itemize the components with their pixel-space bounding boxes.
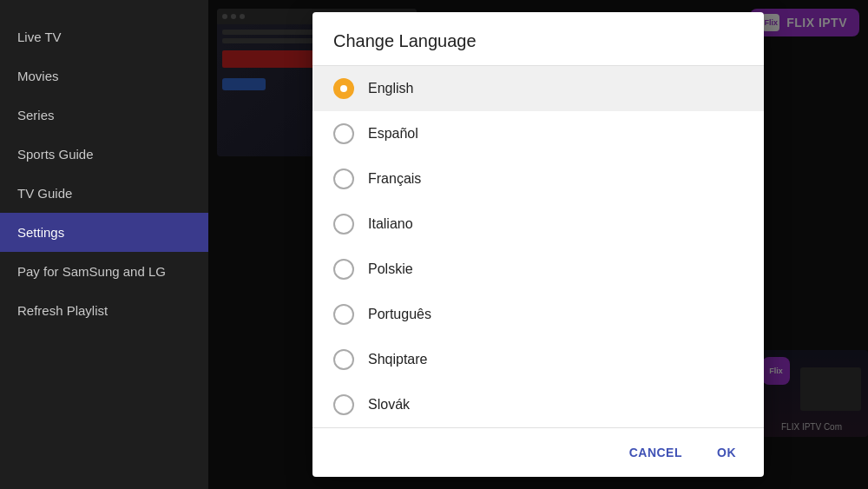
- radio-francais[interactable]: [333, 169, 354, 189]
- sidebar-item-settings[interactable]: Settings: [0, 213, 208, 252]
- dialog-title: Change Language: [312, 12, 764, 65]
- language-list: English Español Français Italiano: [312, 66, 764, 427]
- ok-button[interactable]: OK: [703, 437, 750, 468]
- language-label-sq: Shqiptare: [368, 352, 428, 367]
- language-label-pt: Português: [368, 307, 431, 322]
- language-label-en: English: [368, 81, 413, 96]
- dialog-overlay: Change Language English Español Français: [208, 0, 868, 489]
- language-label-fr: Français: [368, 171, 421, 187]
- sidebar-item-movies[interactable]: Movies: [0, 56, 208, 96]
- language-label-sk: Slovák: [368, 397, 410, 413]
- main-content: Flix FLIX IPTV Flix n I install Flix IPT…: [208, 0, 868, 489]
- sidebar-item-pay[interactable]: Pay for SamSung and LG: [0, 252, 208, 291]
- language-option-fr[interactable]: Français: [312, 156, 764, 202]
- language-option-en[interactable]: English: [312, 66, 764, 111]
- sidebar-item-series[interactable]: Series: [0, 96, 208, 135]
- sidebar: Live TV Movies Series Sports Guide TV Gu…: [0, 0, 208, 489]
- radio-english[interactable]: [333, 78, 354, 99]
- radio-espanol[interactable]: [333, 123, 354, 144]
- dialog-actions: CANCEL OK: [312, 428, 764, 477]
- cancel-button[interactable]: CANCEL: [615, 437, 696, 468]
- language-option-it[interactable]: Italiano: [312, 202, 764, 247]
- sidebar-item-refresh-playlist[interactable]: Refresh Playlist: [0, 291, 208, 330]
- radio-slovak[interactable]: [333, 394, 354, 415]
- language-label-es: Español: [368, 126, 418, 142]
- change-language-dialog: Change Language English Español Français: [312, 12, 764, 477]
- language-option-sk[interactable]: Slovák: [312, 382, 764, 427]
- radio-portugues[interactable]: [333, 304, 354, 325]
- sidebar-item-live-tv[interactable]: Live TV: [0, 17, 208, 56]
- language-option-es[interactable]: Español: [312, 111, 764, 156]
- radio-polskie[interactable]: [333, 259, 354, 280]
- language-option-pl[interactable]: Polskie: [312, 247, 764, 292]
- language-option-sq[interactable]: Shqiptare: [312, 337, 764, 382]
- sidebar-item-sports-guide[interactable]: Sports Guide: [0, 135, 208, 174]
- radio-shqiptare[interactable]: [333, 349, 354, 370]
- language-option-pt[interactable]: Português: [312, 292, 764, 337]
- language-label-pl: Polskie: [368, 261, 413, 277]
- radio-italiano[interactable]: [333, 214, 354, 235]
- sidebar-item-tv-guide[interactable]: TV Guide: [0, 174, 208, 213]
- language-label-it: Italiano: [368, 216, 413, 232]
